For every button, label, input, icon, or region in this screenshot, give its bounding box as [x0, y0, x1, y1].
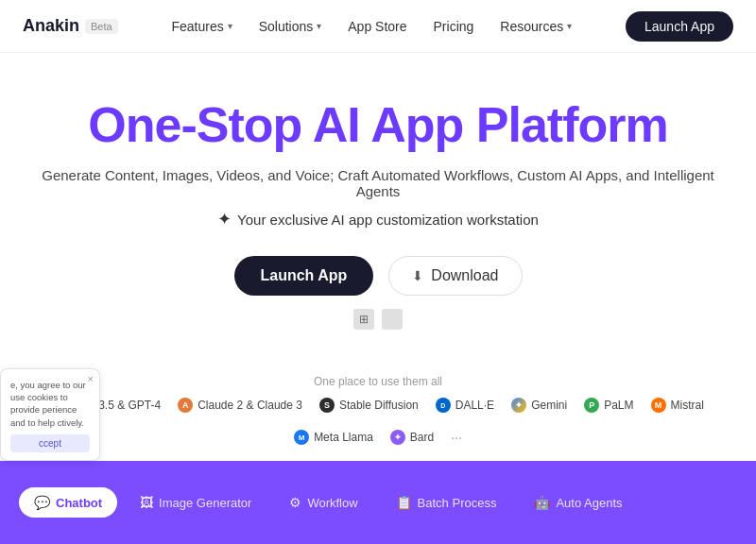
hero-title: One-Stop AI App Platform — [38, 98, 718, 152]
tool-gemini[interactable]: ✦ Gemini — [511, 398, 567, 413]
hero-section: One-Stop AI App Platform Generate Conten… — [0, 53, 756, 367]
cta-row: Launch App ⬇ Download — [38, 256, 718, 296]
dalle-icon: D — [436, 398, 451, 413]
tool-dalle[interactable]: D DALL·E — [436, 398, 494, 413]
gemini-icon: ✦ — [511, 398, 526, 413]
download-button[interactable]: ⬇ Download — [388, 256, 522, 296]
tool-claude[interactable]: A Claude 2 & Claude 3 — [178, 398, 302, 413]
launch-app-nav-button[interactable]: Launch App — [626, 11, 733, 42]
close-icon[interactable]: × — [88, 373, 94, 384]
nav-resources[interactable]: Resources ▾ — [500, 19, 572, 34]
meta-icon: M — [294, 430, 309, 445]
tools-label: One place to use them all — [19, 375, 737, 388]
nav-left: Anakin Beta — [23, 16, 118, 36]
chevron-down-icon: ▾ — [228, 21, 232, 31]
tab-workflow[interactable]: ⚙ Workflow — [274, 487, 372, 518]
nav-pricing[interactable]: Pricing — [434, 19, 474, 34]
tool-bard[interactable]: ✦ Bard — [390, 430, 434, 445]
cookie-text: e, you agree to our use cookies to provi… — [10, 379, 90, 429]
logo: Anakin — [23, 16, 79, 36]
nav-center: Features ▾ Solutions ▾ App Store Pricing… — [171, 19, 572, 34]
more-tools-button[interactable]: ··· — [451, 430, 462, 445]
beta-badge: Beta — [85, 19, 118, 34]
workflow-icon: ⚙ — [289, 495, 301, 510]
nav-solutions[interactable]: Solutions ▾ — [259, 19, 322, 34]
nav-appstore[interactable]: App Store — [348, 19, 406, 34]
nav-features[interactable]: Features ▾ — [171, 19, 232, 34]
claude-icon: A — [178, 398, 193, 413]
image-generator-icon: 🖼 — [140, 495, 153, 510]
accept-cookies-button[interactable]: ccept — [10, 434, 90, 452]
batch-process-icon: 📋 — [396, 495, 412, 510]
cookie-banner: × e, you agree to our use cookies to pro… — [0, 368, 100, 461]
platform-icons: ⊞ — [38, 309, 718, 330]
tab-auto-agents[interactable]: 🤖 Auto Agents — [519, 487, 637, 518]
chevron-down-icon: ▾ — [317, 21, 321, 31]
sparkle-icon: ✦ — [217, 209, 232, 230]
windows-icon: ⊞ — [353, 309, 374, 330]
tab-image-generator[interactable]: 🖼 Image Generator — [125, 487, 266, 518]
stable-diffusion-icon: S — [319, 398, 335, 413]
nav-right: Launch App — [626, 11, 733, 42]
tool-meta-llama[interactable]: M Meta Llama — [294, 430, 373, 445]
tab-batch-process[interactable]: 📋 Batch Process — [381, 487, 512, 518]
hero-subtitle: Generate Content, Images, Videos, and Vo… — [38, 167, 718, 199]
tools-section: One place to use them all G GPT-3.5 & GP… — [0, 367, 756, 452]
tab-chatbot[interactable]: 💬 Chatbot — [19, 487, 117, 518]
tool-stable-diffusion[interactable]: S Stable Diffusion — [319, 398, 419, 413]
apple-icon — [382, 309, 403, 330]
tools-row: G GPT-3.5 & GPT-4 A Claude 2 & Claude 3 … — [19, 398, 737, 445]
download-icon: ⬇ — [412, 268, 423, 283]
launch-app-hero-button[interactable]: Launch App — [234, 256, 374, 296]
mistral-icon: M — [651, 398, 666, 413]
chatbot-icon: 💬 — [34, 495, 50, 510]
auto-agents-icon: 🤖 — [534, 495, 550, 510]
hero-tagline: ✦ Your exclusive AI app customization wo… — [38, 209, 718, 230]
chevron-down-icon: ▾ — [567, 21, 572, 31]
navbar: Anakin Beta Features ▾ Solutions ▾ App S… — [0, 0, 756, 53]
tool-mistral[interactable]: M Mistral — [651, 398, 704, 413]
bard-icon: ✦ — [390, 430, 405, 445]
tool-palm[interactable]: P PaLM — [584, 398, 633, 413]
palm-icon: P — [584, 398, 599, 413]
app-bar: 💬 Chatbot 🖼 Image Generator ⚙ Workflow 📋… — [0, 461, 756, 544]
